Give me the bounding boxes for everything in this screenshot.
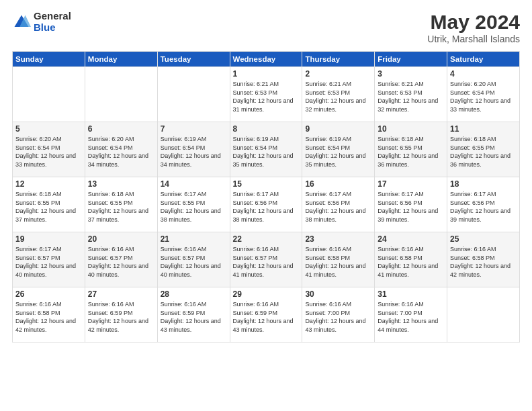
calendar-cell: 27Sunrise: 6:16 AM Sunset: 6:59 PM Dayli… <box>85 287 157 342</box>
day-number: 27 <box>88 289 154 299</box>
calendar-cell: 5Sunrise: 6:20 AM Sunset: 6:54 PM Daylig… <box>13 122 85 177</box>
calendar-cell: 19Sunrise: 6:17 AM Sunset: 6:57 PM Dayli… <box>13 232 85 287</box>
calendar-week-row: 26Sunrise: 6:16 AM Sunset: 6:58 PM Dayli… <box>13 287 520 342</box>
calendar-cell: 24Sunrise: 6:16 AM Sunset: 6:58 PM Dayli… <box>375 232 447 287</box>
logo-text: General Blue <box>34 11 71 33</box>
logo-blue: Blue <box>34 22 71 34</box>
day-info: Sunrise: 6:17 AM Sunset: 6:57 PM Dayligh… <box>15 245 82 279</box>
day-number: 24 <box>378 234 444 244</box>
day-number: 22 <box>233 234 300 244</box>
calendar-cell: 25Sunrise: 6:16 AM Sunset: 6:58 PM Dayli… <box>447 232 520 287</box>
calendar-cell <box>447 287 520 342</box>
day-number: 18 <box>450 179 517 189</box>
day-info: Sunrise: 6:19 AM Sunset: 6:54 PM Dayligh… <box>161 135 227 169</box>
day-number: 13 <box>88 179 154 189</box>
logo: General Blue <box>12 11 71 33</box>
calendar-cell: 14Sunrise: 6:17 AM Sunset: 6:55 PM Dayli… <box>157 177 230 232</box>
calendar-cell: 12Sunrise: 6:18 AM Sunset: 6:55 PM Dayli… <box>13 177 85 232</box>
calendar-weekday-thursday: Thursday <box>302 52 375 67</box>
calendar-cell: 26Sunrise: 6:16 AM Sunset: 6:58 PM Dayli… <box>13 287 85 342</box>
day-info: Sunrise: 6:21 AM Sunset: 6:53 PM Dayligh… <box>378 80 444 113</box>
day-number: 25 <box>450 234 517 244</box>
calendar-weekday-monday: Monday <box>85 52 157 67</box>
calendar-cell: 11Sunrise: 6:18 AM Sunset: 6:55 PM Dayli… <box>447 122 520 177</box>
calendar-cell: 30Sunrise: 6:16 AM Sunset: 7:00 PM Dayli… <box>302 287 375 342</box>
calendar-cell: 10Sunrise: 6:18 AM Sunset: 6:55 PM Dayli… <box>375 122 447 177</box>
day-info: Sunrise: 6:20 AM Sunset: 6:54 PM Dayligh… <box>15 135 82 169</box>
calendar-cell: 2Sunrise: 6:21 AM Sunset: 6:53 PM Daylig… <box>302 67 375 122</box>
page: General Blue May 2024 Utrik, Marshall Is… <box>0 0 532 411</box>
calendar-weekday-wednesday: Wednesday <box>230 52 302 67</box>
calendar-week-row: 12Sunrise: 6:18 AM Sunset: 6:55 PM Dayli… <box>13 177 520 232</box>
day-number: 1 <box>233 69 300 79</box>
day-info: Sunrise: 6:16 AM Sunset: 6:59 PM Dayligh… <box>233 300 300 334</box>
day-info: Sunrise: 6:17 AM Sunset: 6:55 PM Dayligh… <box>161 190 227 224</box>
calendar-cell: 1Sunrise: 6:21 AM Sunset: 6:53 PM Daylig… <box>230 67 302 122</box>
day-number: 19 <box>15 234 82 244</box>
day-number: 6 <box>88 124 154 134</box>
day-info: Sunrise: 6:16 AM Sunset: 7:00 PM Dayligh… <box>378 300 444 334</box>
day-info: Sunrise: 6:16 AM Sunset: 6:58 PM Dayligh… <box>378 245 444 279</box>
day-info: Sunrise: 6:16 AM Sunset: 6:57 PM Dayligh… <box>88 245 154 279</box>
day-number: 7 <box>161 124 227 134</box>
day-info: Sunrise: 6:16 AM Sunset: 6:57 PM Dayligh… <box>161 245 227 279</box>
location: Utrik, Marshall Islands <box>427 34 520 44</box>
day-number: 10 <box>378 124 444 134</box>
day-info: Sunrise: 6:18 AM Sunset: 6:55 PM Dayligh… <box>378 135 444 169</box>
day-info: Sunrise: 6:19 AM Sunset: 6:54 PM Dayligh… <box>233 135 300 169</box>
calendar-cell: 15Sunrise: 6:17 AM Sunset: 6:56 PM Dayli… <box>230 177 302 232</box>
day-info: Sunrise: 6:17 AM Sunset: 6:56 PM Dayligh… <box>450 190 517 224</box>
day-info: Sunrise: 6:18 AM Sunset: 6:55 PM Dayligh… <box>88 190 154 224</box>
calendar-weekday-friday: Friday <box>375 52 447 67</box>
calendar-cell: 22Sunrise: 6:16 AM Sunset: 6:57 PM Dayli… <box>230 232 302 287</box>
logo-general: General <box>34 11 71 22</box>
calendar-cell: 20Sunrise: 6:16 AM Sunset: 6:57 PM Dayli… <box>85 232 157 287</box>
day-number: 3 <box>378 69 444 79</box>
calendar-cell: 4Sunrise: 6:20 AM Sunset: 6:54 PM Daylig… <box>447 67 520 122</box>
day-info: Sunrise: 6:17 AM Sunset: 6:56 PM Dayligh… <box>233 190 300 224</box>
calendar-cell: 23Sunrise: 6:16 AM Sunset: 6:58 PM Dayli… <box>302 232 375 287</box>
day-number: 11 <box>450 124 517 134</box>
calendar-weekday-saturday: Saturday <box>447 52 520 67</box>
day-number: 29 <box>233 289 300 299</box>
calendar-cell: 28Sunrise: 6:16 AM Sunset: 6:59 PM Dayli… <box>157 287 230 342</box>
header: General Blue May 2024 Utrik, Marshall Is… <box>12 11 520 44</box>
title-block: May 2024 Utrik, Marshall Islands <box>427 11 520 44</box>
day-number: 8 <box>233 124 300 134</box>
day-number: 17 <box>378 179 444 189</box>
day-number: 15 <box>233 179 300 189</box>
day-info: Sunrise: 6:20 AM Sunset: 6:54 PM Dayligh… <box>450 80 517 113</box>
calendar-week-row: 19Sunrise: 6:17 AM Sunset: 6:57 PM Dayli… <box>13 232 520 287</box>
calendar-cell: 3Sunrise: 6:21 AM Sunset: 6:53 PM Daylig… <box>375 67 447 122</box>
calendar-weekday-sunday: Sunday <box>13 52 85 67</box>
calendar-cell: 13Sunrise: 6:18 AM Sunset: 6:55 PM Dayli… <box>85 177 157 232</box>
day-number: 20 <box>88 234 154 244</box>
day-number: 23 <box>305 234 371 244</box>
logo-icon <box>12 13 31 32</box>
calendar-cell: 18Sunrise: 6:17 AM Sunset: 6:56 PM Dayli… <box>447 177 520 232</box>
calendar-cell <box>157 67 230 122</box>
day-info: Sunrise: 6:18 AM Sunset: 6:55 PM Dayligh… <box>15 190 82 224</box>
day-info: Sunrise: 6:16 AM Sunset: 6:58 PM Dayligh… <box>15 300 82 334</box>
calendar-cell: 6Sunrise: 6:20 AM Sunset: 6:54 PM Daylig… <box>85 122 157 177</box>
day-number: 4 <box>450 69 517 79</box>
calendar-table: SundayMondayTuesdayWednesdayThursdayFrid… <box>12 51 520 342</box>
day-info: Sunrise: 6:16 AM Sunset: 6:57 PM Dayligh… <box>233 245 300 279</box>
day-number: 21 <box>161 234 227 244</box>
calendar-week-row: 1Sunrise: 6:21 AM Sunset: 6:53 PM Daylig… <box>13 67 520 122</box>
day-info: Sunrise: 6:16 AM Sunset: 6:58 PM Dayligh… <box>305 245 371 279</box>
day-number: 16 <box>305 179 371 189</box>
day-info: Sunrise: 6:17 AM Sunset: 6:56 PM Dayligh… <box>305 190 371 224</box>
calendar-cell: 7Sunrise: 6:19 AM Sunset: 6:54 PM Daylig… <box>157 122 230 177</box>
day-info: Sunrise: 6:20 AM Sunset: 6:54 PM Dayligh… <box>88 135 154 169</box>
calendar-week-row: 5Sunrise: 6:20 AM Sunset: 6:54 PM Daylig… <box>13 122 520 177</box>
day-info: Sunrise: 6:19 AM Sunset: 6:54 PM Dayligh… <box>305 135 371 169</box>
day-number: 30 <box>305 289 371 299</box>
day-info: Sunrise: 6:16 AM Sunset: 6:58 PM Dayligh… <box>450 245 517 279</box>
month-year: May 2024 <box>427 11 520 34</box>
day-number: 28 <box>161 289 227 299</box>
day-info: Sunrise: 6:16 AM Sunset: 7:00 PM Dayligh… <box>305 300 371 334</box>
calendar-cell: 16Sunrise: 6:17 AM Sunset: 6:56 PM Dayli… <box>302 177 375 232</box>
calendar-header-row: SundayMondayTuesdayWednesdayThursdayFrid… <box>13 52 520 67</box>
day-number: 5 <box>15 124 82 134</box>
